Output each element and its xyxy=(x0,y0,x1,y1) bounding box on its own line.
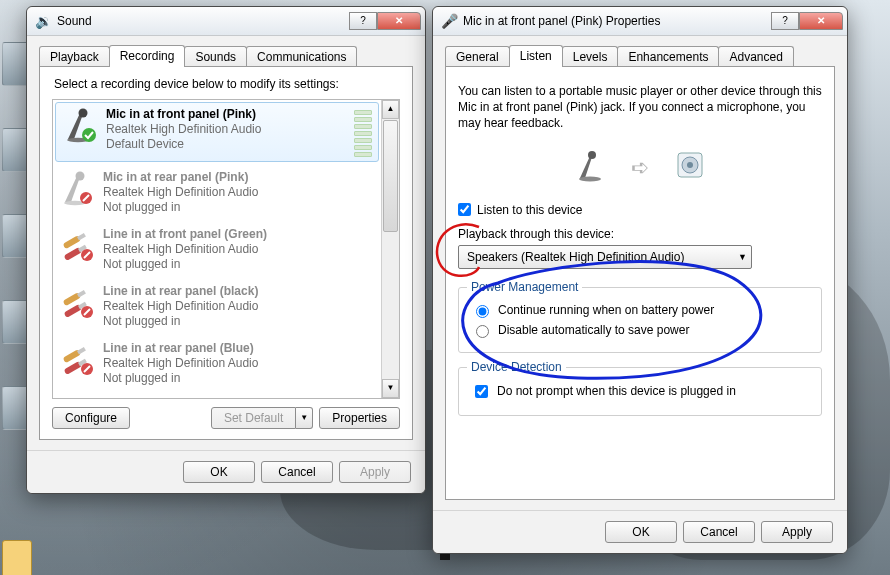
close-button[interactable]: ✕ xyxy=(377,12,421,30)
radio-disable-row[interactable]: Disable automatically to save power xyxy=(471,322,809,338)
tab-recording[interactable]: Recording xyxy=(109,45,186,67)
device-driver: Realtek High Definition Audio xyxy=(103,242,267,257)
scroll-thumb[interactable] xyxy=(383,120,398,232)
cancel-button[interactable]: Cancel xyxy=(683,521,755,543)
tab-sounds[interactable]: Sounds xyxy=(184,46,247,67)
properties-button[interactable]: Properties xyxy=(319,407,400,429)
device-row[interactable]: Mic in at front panel (Pink)Realtek High… xyxy=(55,102,379,162)
tab-strip: GeneralListenLevelsEnhancementsAdvanced xyxy=(445,44,835,66)
device-list: Mic in at front panel (Pink)Realtek High… xyxy=(52,99,400,399)
scroll-down-button[interactable]: ▼ xyxy=(382,379,399,398)
radio-continue-row[interactable]: Continue running when on battery power xyxy=(471,302,809,318)
mic-stand-icon xyxy=(573,148,607,189)
radio-continue-label: Continue running when on battery power xyxy=(498,303,714,317)
power-management-group: Power Management Continue running when o… xyxy=(458,287,822,353)
set-default-button[interactable]: Set Default xyxy=(211,407,296,429)
window-title: Sound xyxy=(57,14,349,28)
scroll-up-button[interactable]: ▲ xyxy=(382,100,399,119)
mic-device-icon xyxy=(62,107,98,143)
device-row[interactable]: Line in at rear panel (black)Realtek Hig… xyxy=(53,278,381,335)
svg-point-21 xyxy=(579,176,601,181)
listen-description: You can listen to a portable music playe… xyxy=(458,83,822,132)
desktop-shortcut[interactable] xyxy=(2,540,32,575)
device-status: Not plugged in xyxy=(103,257,267,272)
no-prompt-row[interactable]: Do not prompt when this device is plugge… xyxy=(471,382,809,401)
device-status: Not plugged in xyxy=(103,314,258,329)
tab-general[interactable]: General xyxy=(445,46,510,67)
radio-continue[interactable] xyxy=(476,305,489,318)
device-status: Not plugged in xyxy=(103,371,258,386)
device-driver: Realtek High Definition Audio xyxy=(103,185,258,200)
device-row[interactable]: Line in at front panel (Green)Realtek Hi… xyxy=(53,221,381,278)
device-row[interactable]: Mic in at rear panel (Pink)Realtek High … xyxy=(53,164,381,221)
close-button[interactable]: ✕ xyxy=(799,12,843,30)
device-status: Not plugged in xyxy=(103,200,258,215)
tab-enhancements[interactable]: Enhancements xyxy=(617,46,719,67)
no-prompt-label: Do not prompt when this device is plugge… xyxy=(497,384,736,398)
device-driver: Realtek High Definition Audio xyxy=(103,299,258,314)
device-driver: Realtek High Definition Audio xyxy=(106,122,261,137)
listen-checkbox-row[interactable]: Listen to this device xyxy=(458,203,822,217)
line-in-device-icon xyxy=(59,341,95,377)
arrow-right-icon: ➪ xyxy=(631,155,649,181)
scrollbar[interactable]: ▲ ▼ xyxy=(381,100,399,398)
tab-advanced[interactable]: Advanced xyxy=(718,46,793,67)
titlebar[interactable]: 🔉 Sound ? ✕ xyxy=(27,7,425,36)
mic-properties-window: 🎤 Mic in at front panel (Pink) Propertie… xyxy=(432,6,848,554)
sound-icon: 🔉 xyxy=(35,13,51,29)
svg-point-1 xyxy=(79,109,88,118)
tab-levels[interactable]: Levels xyxy=(562,46,619,67)
listen-checkbox-label: Listen to this device xyxy=(477,203,582,217)
device-name: Line in at front panel (Green) xyxy=(103,227,267,242)
svg-point-2 xyxy=(82,128,96,142)
instruction-text: Select a recording device below to modif… xyxy=(54,77,400,91)
help-button[interactable]: ? xyxy=(349,12,377,30)
device-row[interactable]: Line in at rear panel (Blue)Realtek High… xyxy=(53,335,381,392)
svg-point-22 xyxy=(588,151,596,159)
apply-button[interactable]: Apply xyxy=(339,461,411,483)
line-in-device-icon xyxy=(59,284,95,320)
tab-listen[interactable]: Listen xyxy=(509,45,563,67)
device-name: Line in at rear panel (Blue) xyxy=(103,341,258,356)
no-prompt-checkbox[interactable] xyxy=(475,385,488,398)
tab-communications[interactable]: Communications xyxy=(246,46,357,67)
device-name: Mic in at rear panel (Pink) xyxy=(103,170,258,185)
svg-point-4 xyxy=(76,172,85,181)
ok-button[interactable]: OK xyxy=(183,461,255,483)
line-in-device-icon xyxy=(59,227,95,263)
titlebar[interactable]: 🎤 Mic in at front panel (Pink) Propertie… xyxy=(433,7,847,36)
listen-checkbox[interactable] xyxy=(458,203,471,216)
window-title: Mic in at front panel (Pink) Properties xyxy=(463,14,771,28)
playback-device-combobox[interactable]: Speakers (Realtek High Definition Audio)… xyxy=(458,245,752,269)
tab-playback[interactable]: Playback xyxy=(39,46,110,67)
tab-strip: PlaybackRecordingSoundsCommunications xyxy=(39,44,413,66)
radio-disable[interactable] xyxy=(476,325,489,338)
playback-device-value: Speakers (Realtek High Definition Audio) xyxy=(467,250,684,264)
chevron-down-icon: ▼ xyxy=(738,252,747,262)
svg-point-25 xyxy=(687,162,693,168)
device-detection-group: Device Detection Do not prompt when this… xyxy=(458,367,822,416)
speaker-icon xyxy=(673,148,707,189)
configure-button[interactable]: Configure xyxy=(52,407,130,429)
group-legend: Power Management xyxy=(467,280,582,294)
set-default-dropdown[interactable]: ▼ xyxy=(296,407,313,429)
mic-device-icon xyxy=(59,170,95,206)
device-status: Default Device xyxy=(106,137,261,152)
flow-illustration: ➪ xyxy=(458,148,822,189)
cancel-button[interactable]: Cancel xyxy=(261,461,333,483)
apply-button[interactable]: Apply xyxy=(761,521,833,543)
radio-disable-label: Disable automatically to save power xyxy=(498,323,689,337)
playback-through-label: Playback through this device: xyxy=(458,227,822,241)
device-name: Mic in at front panel (Pink) xyxy=(106,107,261,122)
device-driver: Realtek High Definition Audio xyxy=(103,356,258,371)
ok-button[interactable]: OK xyxy=(605,521,677,543)
group-legend: Device Detection xyxy=(467,360,566,374)
level-meter xyxy=(354,107,372,157)
help-button[interactable]: ? xyxy=(771,12,799,30)
device-name: Line in at rear panel (black) xyxy=(103,284,258,299)
mic-icon: 🎤 xyxy=(441,13,457,29)
sound-window: 🔉 Sound ? ✕ PlaybackRecordingSoundsCommu… xyxy=(26,6,426,494)
